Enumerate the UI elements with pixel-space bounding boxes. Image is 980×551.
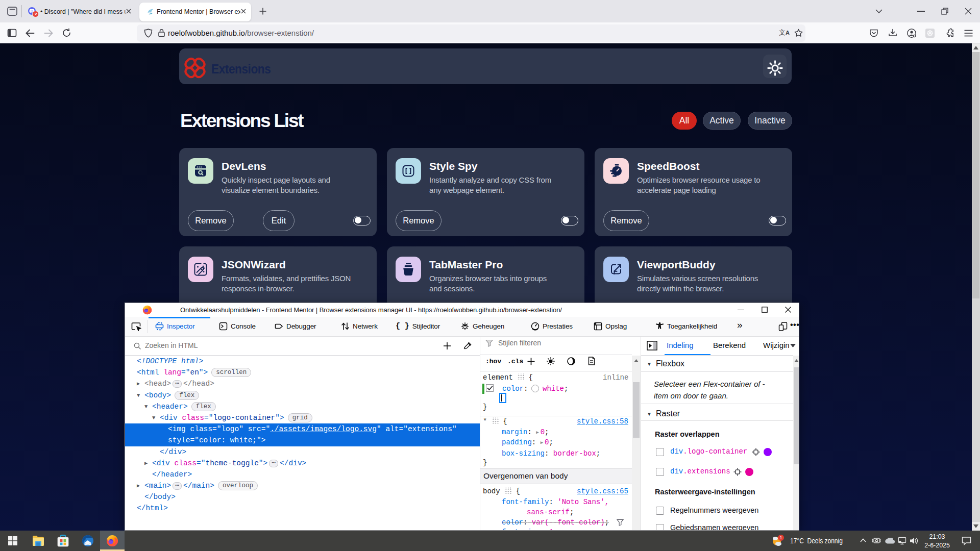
svg-text:1: 1 — [779, 535, 782, 540]
